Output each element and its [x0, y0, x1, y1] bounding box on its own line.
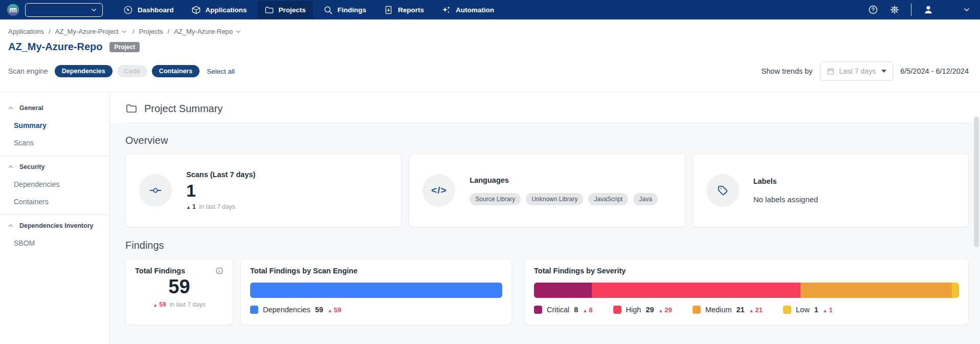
navbar-right	[868, 4, 971, 16]
severity-segment-low[interactable]	[952, 283, 959, 298]
date-range: 6/5/2024 - 6/12/2024	[900, 67, 969, 75]
severity-segment-critical[interactable]	[534, 283, 592, 298]
nav-findings-label: Findings	[338, 6, 366, 14]
total-findings-delta-suffix: in last 7 days	[170, 301, 206, 308]
sidebar-item-scans[interactable]: Scans	[0, 134, 109, 152]
scans-card: Scans (Last 7 days) 1 1 in last 7 days	[125, 154, 402, 227]
findings-by-engine-card: Total Findings by Scan Engine Dependenci…	[240, 259, 512, 325]
trends-period-dropdown[interactable]: Last 7 days	[820, 61, 894, 81]
sidebar-header-security[interactable]: Security	[0, 158, 109, 176]
breadcrumb-projects[interactable]: Projects	[139, 28, 163, 35]
chevron-up-icon	[7, 163, 14, 170]
engine-bar[interactable]	[250, 283, 502, 298]
total-findings-title: Total Findings	[135, 267, 185, 275]
legend-low[interactable]: Low 1 1	[783, 306, 833, 314]
nav-findings[interactable]: Findings	[316, 1, 373, 19]
nav-dashboard[interactable]: Dashboard	[116, 1, 181, 19]
nav-reports[interactable]: Reports	[376, 1, 431, 19]
trend-up-icon	[659, 306, 663, 314]
overview-heading: Overview	[125, 135, 969, 146]
sidebar-item-sbom[interactable]: SBOM	[0, 234, 109, 252]
primary-nav: Dashboard Applications Projects	[116, 1, 501, 19]
legend-label: Medium	[705, 306, 732, 314]
user-avatar-icon[interactable]	[923, 4, 934, 15]
top-navbar: Dashboard Applications Projects	[0, 0, 980, 19]
report-icon	[384, 5, 393, 15]
trend-up-icon	[749, 306, 754, 314]
chevron-down-icon[interactable]	[121, 28, 128, 35]
breadcrumb: Applications / AZ_My-Azure-Project / Pro…	[8, 28, 969, 35]
breadcrumb-separator: /	[49, 28, 51, 35]
legend-value: 21	[736, 306, 744, 314]
folder-icon	[264, 5, 274, 15]
language-tag: JavaScript	[588, 193, 628, 205]
folder-icon	[125, 102, 138, 115]
findings-by-engine-title: Total Findings by Scan Engine	[250, 267, 502, 275]
info-icon[interactable]	[215, 267, 224, 275]
breadcrumb-label: AZ_My-Azure-Repo	[174, 28, 233, 35]
nav-dashboard-label: Dashboard	[138, 6, 174, 14]
trends-period-value: Last 7 days	[839, 67, 876, 75]
legend-swatch	[693, 306, 701, 314]
commit-icon	[139, 174, 172, 207]
chevron-down-icon[interactable]	[235, 28, 242, 35]
search-icon	[323, 5, 333, 15]
legend-label: High	[626, 306, 641, 314]
labels-card: Labels No labels assigned	[693, 154, 969, 227]
breadcrumb-separator: /	[168, 28, 170, 35]
language-tag: Java	[633, 193, 657, 205]
labels-card-title: Labels	[753, 177, 955, 185]
nav-automation[interactable]: Automation	[434, 1, 501, 19]
sidebar-item-dependencies[interactable]: Dependencies	[0, 176, 109, 193]
mend-logo[interactable]	[6, 3, 20, 17]
breadcrumb-application-name[interactable]: AZ_My-Azure-Project	[55, 28, 128, 35]
legend-medium[interactable]: Medium 21 21	[693, 306, 763, 314]
select-all-link[interactable]: Select all	[207, 68, 235, 75]
tag-icon	[706, 174, 739, 207]
trend-up-icon	[328, 306, 332, 314]
trend-up-icon	[823, 306, 828, 314]
breadcrumb-label: Projects	[139, 28, 163, 35]
legend-delta: 59	[328, 306, 341, 314]
breadcrumb-project-name[interactable]: AZ_My-Azure-Repo	[174, 28, 242, 35]
vertical-scrollbar-thumb[interactable]	[974, 117, 979, 247]
legend-label: Critical	[547, 306, 569, 314]
org-selector[interactable]	[25, 3, 103, 17]
legend-label: Low	[796, 306, 810, 314]
sidebar-header-label: Security	[19, 163, 44, 170]
account-chevron-down-icon[interactable]	[963, 6, 971, 14]
sidebar-header-general[interactable]: General	[0, 99, 109, 117]
legend-critical[interactable]: Critical 8 8	[534, 306, 593, 314]
sidebar-section-general: General Summary Scans	[0, 97, 109, 156]
language-tags: Source Library Unknown Library JavaScrip…	[470, 193, 671, 205]
sidebar-item-containers[interactable]: Containers	[0, 193, 109, 210]
scans-delta-suffix: in last 7 days	[199, 203, 235, 210]
nav-projects[interactable]: Projects	[257, 1, 313, 19]
pill-containers[interactable]: Containers	[152, 65, 199, 77]
severity-stacked-bar	[534, 283, 959, 298]
severity-segment-medium[interactable]	[800, 283, 952, 298]
nav-automation-label: Automation	[456, 6, 494, 14]
gear-icon[interactable]	[889, 5, 900, 15]
legend-swatch	[613, 306, 621, 314]
breadcrumb-applications[interactable]: Applications	[8, 28, 44, 35]
legend-high[interactable]: High 29 29	[613, 306, 672, 314]
sidebar-nav: General Summary Scans Security Dependenc…	[0, 92, 110, 344]
severity-segment-high[interactable]	[592, 283, 800, 298]
findings-by-severity-title: Total Findings by Severity	[534, 267, 959, 275]
calendar-icon	[827, 67, 835, 75]
legend-dependencies[interactable]: Dependencies 59 59	[250, 306, 341, 314]
languages-card: Languages Source Library Unknown Library…	[409, 154, 685, 227]
breadcrumb-label: AZ_My-Azure-Project	[55, 28, 119, 35]
legend-swatch	[783, 306, 791, 314]
legend-value: 29	[645, 306, 654, 314]
scan-engine-pills: Dependencies Code Containers	[55, 65, 199, 77]
pill-dependencies[interactable]: Dependencies	[55, 65, 113, 77]
sidebar-header-dependencies-inventory[interactable]: Dependencies Inventory	[0, 217, 109, 234]
help-icon[interactable]	[868, 5, 878, 15]
no-labels-text: No labels assigned	[753, 195, 955, 204]
nav-applications[interactable]: Applications	[184, 1, 254, 19]
scans-delta: 1	[186, 203, 196, 210]
sidebar-item-summary[interactable]: Summary	[0, 117, 109, 134]
sidebar-section-dependencies-inventory: Dependencies Inventory SBOM	[0, 214, 109, 256]
